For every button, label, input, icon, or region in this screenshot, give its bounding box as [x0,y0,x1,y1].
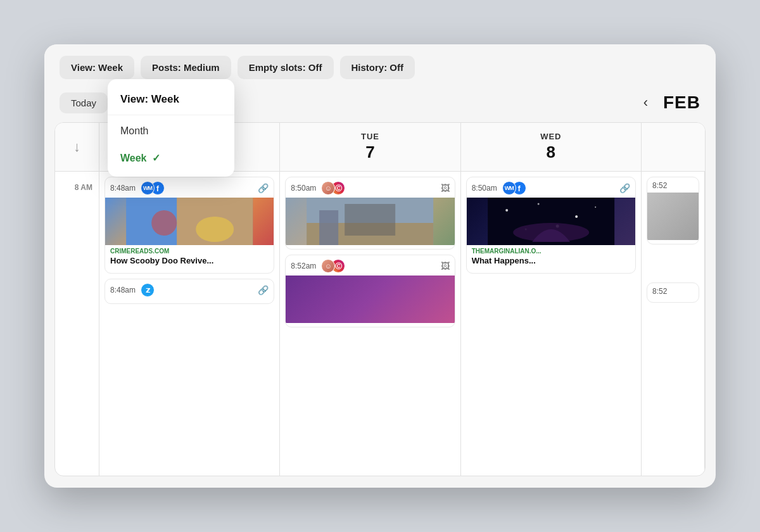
prev-month-button[interactable]: ‹ [638,92,653,113]
sort-icon: ↓ [73,139,80,155]
tue-day-name: TUE [286,132,453,141]
post-image-space [467,198,635,245]
dropdown-item-week[interactable]: Week ✓ [108,144,234,172]
avatar-tw: 𝕫 [141,283,155,297]
partial-post-1-image [647,193,699,240]
wed-post-1-header: 8:50am WM f 🔗 [467,177,635,198]
post-source: CRIMEREADS.COM [105,245,274,256]
tue-post-1[interactable]: 8:50am ☺ Ⓒ 🖼 [285,177,455,250]
post-time: 8:48am [110,184,136,193]
avatar-wm: WM [141,181,155,195]
link-icon-2: 🔗 [258,285,269,295]
svg-point-9 [505,209,508,212]
view-week-button[interactable]: View: Week [60,56,134,79]
wed-avatar-wm: WM [502,181,516,195]
posts-medium-button[interactable]: Posts: Medium [141,56,231,79]
sort-cell[interactable]: ↓ [55,123,99,171]
wed-day-num: 8 [467,142,635,162]
tue-column: 8:50am ☺ Ⓒ 🖼 [280,172,460,476]
dropdown-divider [108,115,234,115]
svg-point-3 [196,217,234,242]
tue-post-1-header: 8:50am ☺ Ⓒ 🖼 [286,177,454,198]
today-button[interactable]: Today [60,92,108,113]
view-dropdown: View: Week Month Week ✓ [108,79,234,177]
post-header: 8:48am WM f 🔗 [105,177,274,198]
post-time-2: 8:48am [110,286,136,294]
wed-post-source: THEMARGINALIAN.O... [467,245,635,256]
partial-column: 8:52 8:52 [642,172,705,476]
img-icon-1: 🖼 [441,183,450,193]
dropdown-month-label: Month [120,125,148,137]
svg-point-2 [151,210,177,236]
tue-header: TUE 7 [280,123,460,171]
wed-day-name: WED [467,132,635,141]
partial-post-2-header: 8:52 [647,283,699,298]
tue-post-2-header: 8:52am ☺ Ⓒ 🖼 [286,255,454,276]
wed-column: 8:50am WM f 🔗 [461,172,642,476]
tue-post-1-time: 8:50am [291,184,316,193]
wed-post-1[interactable]: 8:50am WM f 🔗 [466,177,636,274]
partial-post-2-time: 8:52 [652,287,667,296]
month-label: FEB [663,92,700,113]
check-icon: ✓ [152,152,160,164]
post-card[interactable]: 8:48am WM f 🔗 [104,177,274,274]
tue-day-num: 7 [286,142,453,162]
dropdown-item-month[interactable]: Month [108,118,234,144]
svg-point-12 [595,206,596,208]
avatar-stack: WM f [141,181,165,195]
link-icon: 🔗 [258,183,269,193]
post-header-2: 8:48am 𝕫 🔗 [105,279,274,300]
svg-point-10 [537,203,539,205]
wed-post-title: What Happens... [467,256,635,269]
tue-avatar-stack-1: ☺ Ⓒ [321,181,345,195]
calendar-body: 8 AM 8:48am WM f 🔗 [55,172,705,476]
empty-slots-button[interactable]: Empty slots: Off [238,56,334,79]
time-8am: 8 AM [55,178,99,197]
dropdown-header: View: Week [108,84,234,112]
history-button[interactable]: History: Off [340,56,415,79]
post-title: How Scooby Doo Revive... [105,256,274,269]
tue-post-2-time: 8:52am [291,262,316,270]
post-image-purple [286,276,454,323]
wed-post-1-time: 8:50am [472,184,497,193]
svg-point-11 [575,215,578,218]
img-icon-2: 🖼 [441,261,450,271]
tue-post-2[interactable]: 8:52am ☺ Ⓒ 🖼 [285,255,455,327]
post-image-scooby [105,198,274,245]
partial-post-1[interactable]: 8:52 [647,177,699,244]
post-card-twitter[interactable]: 8:48am 𝕫 🔗 [104,279,274,304]
wed-link-icon: 🔗 [619,183,630,193]
dropdown-week-label: Week [120,153,147,164]
post-image-street [286,198,454,245]
partial-post-2[interactable]: 8:52 [647,282,699,303]
tue-avatar-stack-2: ☺ Ⓒ [321,259,345,273]
time-column: 8 AM [55,172,99,476]
partial-post-1-time: 8:52 [652,181,667,190]
avatar-stack-2: 𝕫 [141,283,155,297]
mon-column: 8:48am WM f 🔗 [99,172,280,476]
svg-rect-7 [319,210,338,245]
partial-post-1-header: 8:52 [647,177,699,193]
svg-rect-6 [345,204,395,236]
app-window: View: Week Posts: Medium Empty slots: Of… [44,44,716,488]
wed-avatar-stack: WM f [502,181,526,195]
wed-header: WED 8 [461,123,642,171]
partial-header [642,123,705,171]
